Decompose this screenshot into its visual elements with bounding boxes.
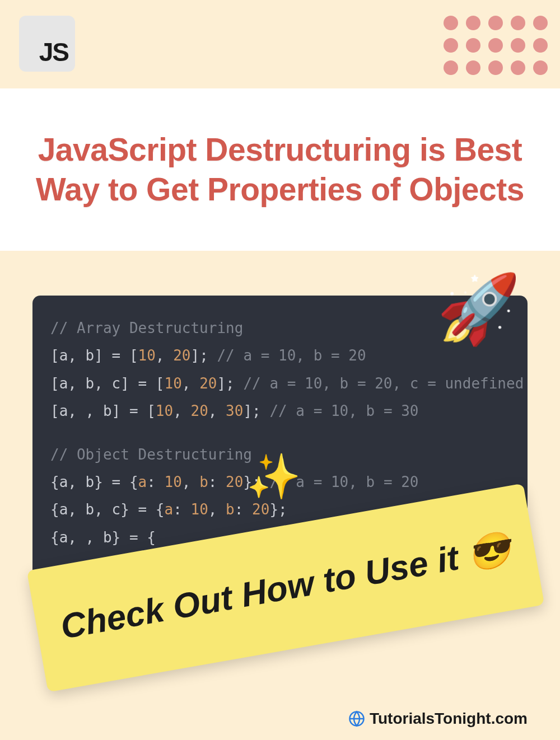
- dot-icon: [444, 38, 458, 53]
- dot-icon: [466, 60, 480, 75]
- code-line: [a, , b] = [10, 20, 30]; // a = 10, b = …: [50, 397, 510, 425]
- dot-icon: [488, 38, 503, 53]
- dot-icon: [466, 16, 480, 30]
- dot-icon: [488, 16, 503, 30]
- footer-site-link[interactable]: TutorialsTonight.com: [370, 710, 528, 728]
- rocket-icon: 🚀: [437, 270, 521, 348]
- page-title: JavaScript Destructuring is Best Way to …: [34, 130, 526, 210]
- sparkles-icon: ✨: [246, 451, 301, 502]
- js-badge-label: JS: [39, 37, 68, 67]
- dot-icon: [466, 38, 480, 53]
- dot-icon: [511, 38, 525, 53]
- dot-icon: [533, 60, 548, 75]
- title-panel: JavaScript Destructuring is Best Way to …: [0, 88, 560, 251]
- dot-icon: [444, 60, 458, 75]
- cool-emoji-icon: 😎: [464, 529, 514, 574]
- dot-icon: [533, 16, 548, 30]
- decorative-dot-grid: [444, 16, 548, 75]
- dot-icon: [511, 60, 525, 75]
- dot-icon: [511, 16, 525, 30]
- dot-icon: [488, 60, 503, 75]
- js-badge: JS: [19, 16, 75, 72]
- code-line: [a, b, c] = [10, 20]; // a = 10, b = 20,…: [50, 370, 510, 397]
- globe-icon: [348, 710, 365, 727]
- footer: TutorialsTonight.com: [348, 710, 528, 728]
- dot-icon: [444, 16, 458, 30]
- dot-icon: [533, 38, 548, 53]
